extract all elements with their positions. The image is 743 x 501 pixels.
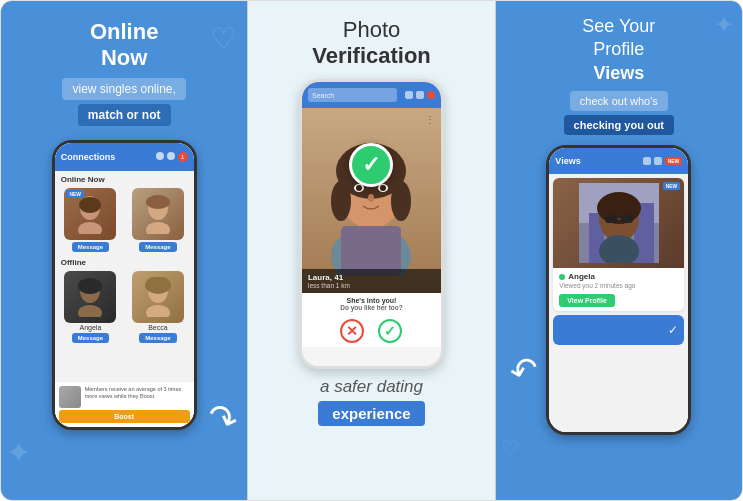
deco-icon-3: ✦ [714, 11, 734, 39]
views-title: Views [555, 156, 580, 166]
match-question: She's into you! Do you like her too? [302, 293, 441, 315]
dislike-btn[interactable]: ✕ [340, 319, 364, 343]
svg-point-20 [380, 185, 386, 191]
views-header: Views NEW [549, 148, 688, 174]
photo-bg-4 [132, 271, 184, 323]
check-mark-white: ✓ [668, 323, 678, 337]
panel2-caption: a safer dating experience [318, 377, 424, 426]
photo-bg-2 [132, 188, 184, 240]
views-icon-2 [654, 157, 662, 165]
viewer-photo: NEW [553, 178, 684, 268]
svg-point-7 [78, 278, 102, 294]
profile-name-becca: Becca [148, 324, 167, 331]
viewer-card-2: ✓ [553, 315, 684, 345]
online-profiles-row: NEW Message [55, 186, 194, 254]
person-svg-2 [143, 194, 173, 234]
panel1-title: Online Now [90, 19, 158, 72]
match-q-main: She's into you! [308, 297, 435, 304]
svg-point-15 [331, 181, 351, 221]
views-screen: Views NEW [549, 148, 688, 432]
menu-dots[interactable]: ⋮ [425, 114, 435, 125]
deco-icon-1: ♡ [210, 21, 237, 56]
header-btn-1 [405, 91, 413, 99]
header-notif [427, 91, 435, 99]
arrow-icon-1: ↷ [201, 394, 244, 444]
profile-card-2: Message [126, 188, 190, 252]
phone-screen-1: Connections 1 Online Now NEW [55, 143, 194, 427]
viewed-time: Viewed you 2 minutes ago [559, 282, 678, 289]
profile-photo-4 [132, 271, 184, 323]
deco-icon-2: ✦ [6, 435, 31, 470]
check-icon: ✓ [362, 154, 380, 176]
caption-line2: experience [318, 401, 424, 426]
new-badge-card: NEW [663, 182, 681, 190]
profile-name-angela: Angela [80, 324, 102, 331]
svg-rect-30 [621, 215, 633, 223]
offline-profiles-row: Angela Message [55, 269, 194, 345]
svg-point-21 [368, 194, 374, 202]
photo-bg-3 [64, 271, 116, 323]
profile-card-3: Angela Message [59, 271, 123, 343]
view-profile-btn[interactable]: View Profile [559, 294, 615, 307]
phone-mockup-2: Search ⋮ ✓ [299, 79, 444, 369]
deco-icon-4: ♡ [501, 436, 736, 460]
match-buttons: ✕ ✓ [302, 315, 441, 347]
person-svg-4 [143, 277, 173, 317]
match-q-sub: Do you like her too? [308, 304, 435, 311]
panel3-subtitle2: checking you out [564, 115, 674, 135]
viewer-name: Angela [568, 272, 595, 281]
viewer-info: Angela Viewed you 2 minutes ago View Pro… [553, 268, 684, 311]
header-btn-2 [416, 91, 424, 99]
caption-line1: a safer dating [318, 377, 424, 397]
message-btn-2[interactable]: Message [139, 242, 176, 252]
face-photo: Laura, 41 less than 1 km [302, 108, 441, 293]
online-now-label: Online Now [55, 171, 194, 186]
message-btn-1[interactable]: Message [72, 242, 109, 252]
phone-mockup-3: Views NEW [546, 145, 691, 435]
online-dot [559, 274, 565, 280]
svg-point-2 [78, 222, 102, 234]
views-header-right: NEW [643, 157, 683, 165]
profile-photo-2 [132, 188, 184, 240]
profile-dist-text: less than 1 km [308, 282, 435, 289]
search-text: Search [312, 92, 334, 99]
header-icons: 1 [156, 152, 188, 162]
panel-online-now: ♡ ✦ Online Now view singles online, matc… [1, 1, 247, 500]
panel3-subtitle1: check out who's [570, 91, 668, 111]
views-icon-1 [643, 157, 651, 165]
message-btn-3[interactable]: Message [72, 333, 109, 343]
search-bar-mini: Search [308, 88, 397, 102]
person-svg-3 [75, 277, 105, 317]
verified-badge: ✓ [349, 143, 393, 187]
boost-btn[interactable]: Boost [59, 410, 190, 423]
phone-header-1: Connections 1 [55, 143, 194, 171]
profile-card-4: Becca Message [126, 271, 190, 343]
connections-title: Connections [61, 152, 116, 162]
panel1-subtitle2: match or not [78, 104, 171, 126]
profile-photo-3 [64, 271, 116, 323]
svg-point-8 [78, 305, 102, 317]
viewer-svg [579, 183, 659, 263]
message-btn-4[interactable]: Message [139, 333, 176, 343]
panel2-title: Photo Verification [312, 17, 431, 69]
panel-profile-views: ✦ ♡ See Your Profile Views check out who… [496, 1, 742, 500]
svg-rect-29 [605, 215, 617, 223]
profile-card-1: NEW Message [59, 188, 123, 252]
icon-msg [156, 152, 164, 160]
svg-point-5 [146, 222, 170, 234]
photo-screen-header: Search [302, 82, 441, 108]
svg-point-1 [79, 197, 101, 213]
app-container: ♡ ✦ Online Now view singles online, matc… [0, 0, 743, 501]
profile-info: Laura, 41 less than 1 km [302, 269, 441, 293]
panel-photo-verification: Photo Verification Search ⋮ [247, 1, 495, 500]
profile-photo-1: NEW [64, 188, 116, 240]
svg-point-19 [356, 185, 362, 191]
svg-point-16 [391, 181, 411, 221]
offline-label: Offline [55, 254, 194, 269]
icon-search [167, 152, 175, 160]
like-btn[interactable]: ✓ [378, 319, 402, 343]
new-badge-1: NEW [66, 190, 84, 198]
profile-name-text: Laura, 41 [308, 273, 435, 282]
svg-point-11 [146, 305, 170, 317]
viewer-name-row: Angela [559, 272, 678, 281]
